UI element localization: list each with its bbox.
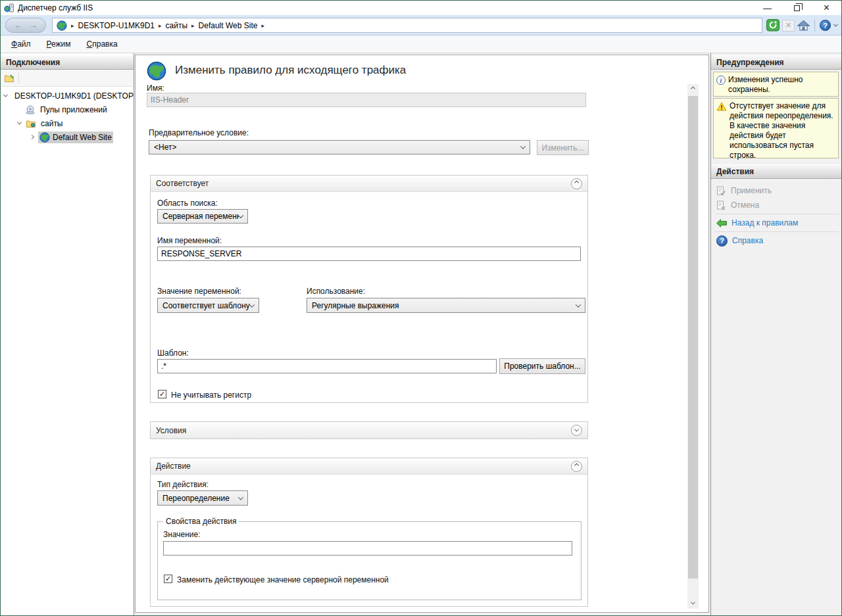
precondition-value: <Нет> (154, 143, 176, 152)
collapse-section-button[interactable] (571, 461, 582, 472)
menu-view[interactable]: Режим (47, 39, 71, 49)
action-section-header[interactable]: Действие (151, 458, 587, 475)
scroll-up-button[interactable] (687, 84, 699, 95)
tree-item-sites[interactable]: сайты (1, 116, 134, 130)
connections-toolbar (1, 70, 134, 87)
home-icon[interactable] (797, 20, 810, 31)
crumb-separator-icon: ▸ (191, 22, 195, 29)
tree-item-label[interactable]: Пулы приложений (38, 105, 109, 115)
sites-folder-icon (26, 118, 36, 129)
tree-item-label[interactable]: сайты (39, 118, 65, 129)
variable-value-select[interactable]: Соответствует шаблону (157, 298, 259, 313)
value-label: Значение: (163, 530, 201, 539)
app-pools-icon (25, 105, 36, 115)
match-section-header[interactable]: Соответствует (151, 176, 587, 192)
chevron-up-icon (574, 180, 579, 185)
back-to-rules-link[interactable]: Назад к правилам (716, 216, 798, 229)
variable-value-label: Значение переменной: (157, 287, 241, 296)
help-dropdown-icon[interactable] (833, 22, 838, 27)
minimize-button[interactable]: — (753, 1, 782, 15)
title-bar: Диспетчер служб IIS — × (1, 1, 841, 15)
tree-item-label[interactable]: Default Web Site (53, 133, 112, 142)
info-alert-text: Изменения успешно сохранены. (728, 75, 836, 93)
chevron-down-icon (249, 302, 255, 307)
actions-separator (715, 231, 839, 232)
collapse-icon[interactable] (15, 122, 23, 125)
conditions-section: Условия (150, 421, 588, 439)
expand-section-button[interactable] (571, 425, 582, 436)
expand-icon[interactable] (28, 135, 36, 139)
tree-item-label[interactable]: DESKTOP-U1MK9D1 (DESKTOP (12, 91, 134, 101)
chevron-down-icon (520, 143, 526, 149)
cancel-label: Отмена (731, 201, 759, 210)
action-section: Действие Тип действия: Переопределение С… (150, 458, 588, 607)
tree-item-server[interactable]: DESKTOP-U1MK9D1 (DESKTOP (1, 89, 134, 103)
crumb-separator-icon: ▸ (71, 22, 74, 29)
replace-value-label: Заменить действующее значение серверной … (177, 575, 389, 584)
chevron-down-icon (238, 494, 243, 500)
close-button[interactable]: × (812, 1, 841, 15)
connections-header-label: Подключения (6, 58, 60, 67)
chevron-down-icon (576, 302, 581, 307)
back-arrow-icon (716, 219, 727, 227)
crumb-sites[interactable]: сайты (166, 21, 188, 30)
nav-back-forward[interactable]: ← → (5, 18, 46, 33)
forward-icon[interactable]: → (29, 20, 37, 30)
scrollbar-thumb[interactable] (688, 96, 698, 579)
restore-button[interactable] (782, 1, 812, 15)
selected-tree-item[interactable]: Default Web Site (38, 131, 113, 143)
save-connection-folder-icon[interactable] (4, 73, 14, 83)
help-label[interactable]: Справка (732, 236, 763, 245)
using-select[interactable]: Регулярные выражения (307, 298, 585, 313)
help-circle-icon: ? (716, 235, 728, 247)
page-globe-icon (147, 61, 166, 81)
help-icon[interactable]: ? (820, 20, 831, 31)
refresh-icon[interactable] (766, 19, 780, 32)
crumb-separator-icon: ▸ (159, 22, 162, 29)
scope-select[interactable]: Серверная переменн (157, 209, 248, 224)
collapse-icon[interactable] (4, 94, 7, 97)
crumb-server[interactable]: DESKTOP-U1MK9D1 (78, 21, 155, 30)
action-type-value: Переопределение (162, 494, 230, 503)
collapse-section-button[interactable] (571, 178, 582, 189)
conditions-section-title: Условия (156, 426, 186, 435)
precondition-select[interactable]: <Нет> (149, 140, 530, 154)
replace-value-checkbox[interactable]: ✓ (164, 575, 172, 583)
tree-item-default-web-site[interactable]: Default Web Site (1, 130, 134, 144)
connections-header: Подключения (1, 55, 134, 70)
back-to-rules-label[interactable]: Назад к правилам (731, 218, 798, 227)
action-properties-group: Свойства действия Значение: ✓ Заменить д… (157, 521, 582, 600)
crumb-default-web-site[interactable]: Default Web Site (199, 21, 258, 30)
variable-name-input[interactable] (157, 247, 581, 261)
actions-header: Действия (711, 164, 842, 179)
name-label: Имя: (147, 83, 164, 93)
ignore-case-label: Не учитывать регистр (171, 391, 251, 400)
value-input[interactable] (163, 541, 572, 556)
breadcrumb[interactable]: ▸ DESKTOP-U1MK9D1 ▸ сайты ▸ Default Web … (52, 18, 762, 33)
menu-file[interactable]: Файл (11, 39, 31, 49)
ignore-case-checkbox[interactable]: ✓ (158, 390, 166, 398)
site-globe-icon (39, 132, 50, 143)
address-bar: ← → ▸ DESKTOP-U1MK9D1 ▸ сайты ▸ Default … (1, 15, 841, 36)
iis-manager-window: Диспетчер служб IIS — × ← → ▸ DESKTOP-U1… (0, 0, 842, 616)
match-section-title: Соответствует (156, 179, 209, 188)
chevron-down-icon (691, 600, 695, 605)
help-link[interactable]: ? Справка (716, 234, 763, 247)
using-label: Использование: (307, 287, 365, 296)
page-title: Изменить правило для исходящего трафика (175, 64, 406, 77)
name-input (147, 93, 586, 107)
vertical-scrollbar[interactable] (687, 84, 699, 609)
test-pattern-button[interactable]: Проверить шаблон... (499, 358, 585, 374)
warning-alert: Отсутствует значение для действия переоп… (713, 98, 839, 158)
back-icon[interactable]: ← (14, 20, 22, 30)
info-alert: i Изменения успешно сохранены. (713, 72, 839, 97)
window-title: Диспетчер служб IIS (18, 3, 93, 12)
pattern-input[interactable] (157, 359, 497, 373)
conditions-section-header[interactable]: Условия (151, 422, 587, 438)
actions-separator (715, 214, 839, 214)
scroll-down-button[interactable] (687, 598, 699, 609)
menu-help[interactable]: Справка (87, 39, 118, 49)
cancel-button: Отмена (716, 199, 759, 212)
tree-item-app-pools[interactable]: Пулы приложений (1, 103, 134, 116)
action-type-select[interactable]: Переопределение (157, 490, 248, 506)
